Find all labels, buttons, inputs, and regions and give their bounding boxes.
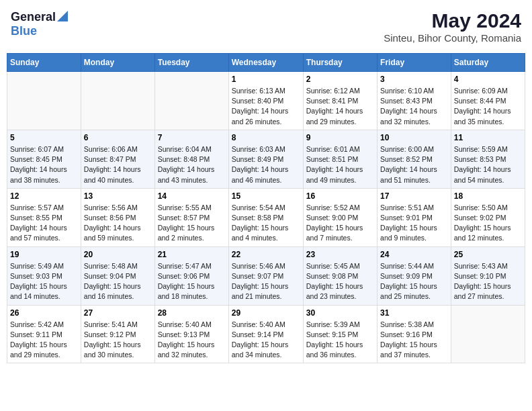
day-info: Sunrise: 5:55 AMSunset: 8:57 PMDaylight:…	[158, 203, 226, 244]
day-number: 13	[84, 191, 152, 201]
day-info: Sunrise: 5:50 AMSunset: 9:02 PMDaylight:…	[454, 203, 522, 244]
calendar-cell	[81, 72, 154, 130]
calendar-cell	[154, 72, 228, 130]
calendar-cell: 15Sunrise: 5:54 AMSunset: 8:58 PMDayligh…	[228, 188, 303, 246]
day-number: 14	[158, 191, 226, 201]
day-info: Sunrise: 6:03 AMSunset: 8:49 PMDaylight:…	[232, 144, 300, 185]
day-info: Sunrise: 5:38 AMSunset: 9:16 PMDaylight:…	[380, 320, 448, 361]
day-info: Sunrise: 5:57 AMSunset: 8:55 PMDaylight:…	[10, 203, 78, 244]
calendar-cell: 3Sunrise: 6:10 AMSunset: 8:43 PMDaylight…	[378, 72, 451, 130]
day-info: Sunrise: 6:00 AMSunset: 8:52 PMDaylight:…	[380, 144, 448, 185]
day-number: 27	[84, 308, 152, 318]
calendar-cell: 12Sunrise: 5:57 AMSunset: 8:55 PMDayligh…	[7, 188, 81, 246]
day-info: Sunrise: 5:41 AMSunset: 9:12 PMDaylight:…	[84, 320, 152, 361]
day-number: 4	[454, 75, 522, 84]
calendar-week-4: 19Sunrise: 5:49 AMSunset: 9:03 PMDayligh…	[7, 246, 525, 305]
header-day-monday: Monday	[81, 54, 154, 72]
header-day-friday: Friday	[378, 54, 451, 72]
calendar-cell: 17Sunrise: 5:51 AMSunset: 9:01 PMDayligh…	[378, 188, 451, 246]
day-info: Sunrise: 5:40 AMSunset: 9:13 PMDaylight:…	[158, 320, 226, 361]
day-number: 20	[84, 250, 152, 259]
header-day-thursday: Thursday	[303, 54, 377, 72]
calendar-cell: 6Sunrise: 6:06 AMSunset: 8:47 PMDaylight…	[81, 130, 154, 188]
day-info: Sunrise: 5:54 AMSunset: 8:58 PMDaylight:…	[232, 203, 300, 244]
day-info: Sunrise: 5:56 AMSunset: 8:56 PMDaylight:…	[84, 203, 152, 244]
calendar-cell: 7Sunrise: 6:04 AMSunset: 8:48 PMDaylight…	[154, 130, 228, 188]
day-number: 15	[232, 191, 300, 201]
day-number: 30	[306, 308, 374, 318]
calendar-cell: 11Sunrise: 5:59 AMSunset: 8:53 PMDayligh…	[451, 130, 525, 188]
calendar-cell: 24Sunrise: 5:44 AMSunset: 9:09 PMDayligh…	[378, 246, 451, 305]
calendar-cell: 1Sunrise: 6:13 AMSunset: 8:40 PMDaylight…	[228, 72, 303, 130]
day-number: 18	[454, 191, 522, 201]
calendar-cell: 16Sunrise: 5:52 AMSunset: 9:00 PMDayligh…	[303, 188, 377, 246]
calendar-cell: 18Sunrise: 5:50 AMSunset: 9:02 PMDayligh…	[451, 188, 525, 246]
calendar-cell: 23Sunrise: 5:45 AMSunset: 9:08 PMDayligh…	[303, 246, 377, 305]
calendar-cell: 13Sunrise: 5:56 AMSunset: 8:56 PMDayligh…	[81, 188, 154, 246]
calendar-week-1: 1Sunrise: 6:13 AMSunset: 8:40 PMDaylight…	[7, 72, 525, 130]
day-number: 11	[454, 133, 522, 142]
calendar-week-5: 26Sunrise: 5:42 AMSunset: 9:11 PMDayligh…	[7, 305, 525, 363]
calendar-cell: 28Sunrise: 5:40 AMSunset: 9:13 PMDayligh…	[154, 305, 228, 363]
calendar-cell: 25Sunrise: 5:43 AMSunset: 9:10 PMDayligh…	[451, 246, 525, 305]
day-info: Sunrise: 5:45 AMSunset: 9:08 PMDaylight:…	[306, 261, 374, 302]
day-info: Sunrise: 6:10 AMSunset: 8:43 PMDaylight:…	[380, 86, 448, 127]
day-number: 24	[380, 250, 448, 259]
calendar-cell: 2Sunrise: 6:12 AMSunset: 8:41 PMDaylight…	[303, 72, 377, 130]
day-info: Sunrise: 5:51 AMSunset: 9:01 PMDaylight:…	[380, 203, 448, 244]
logo: General Blue	[11, 9, 68, 38]
day-info: Sunrise: 5:39 AMSunset: 9:15 PMDaylight:…	[306, 320, 374, 361]
header-row: SundayMondayTuesdayWednesdayThursdayFrid…	[7, 54, 525, 72]
page-header: General Blue May 2024 Sinteu, Bihor Coun…	[7, 7, 525, 46]
day-number: 9	[306, 133, 374, 142]
calendar-body: 1Sunrise: 6:13 AMSunset: 8:40 PMDaylight…	[7, 72, 525, 363]
calendar-week-2: 5Sunrise: 6:07 AMSunset: 8:45 PMDaylight…	[7, 130, 525, 188]
logo-blue-text: Blue	[11, 24, 37, 38]
calendar-cell: 26Sunrise: 5:42 AMSunset: 9:11 PMDayligh…	[7, 305, 81, 363]
calendar-cell: 8Sunrise: 6:03 AMSunset: 8:49 PMDaylight…	[228, 130, 303, 188]
day-number: 17	[380, 191, 448, 201]
day-number: 22	[232, 250, 300, 259]
day-info: Sunrise: 5:42 AMSunset: 9:11 PMDaylight:…	[10, 320, 78, 361]
calendar-cell	[7, 72, 81, 130]
header-day-tuesday: Tuesday	[154, 54, 228, 72]
calendar-header: SundayMondayTuesdayWednesdayThursdayFrid…	[7, 54, 525, 72]
calendar-cell: 4Sunrise: 6:09 AMSunset: 8:44 PMDaylight…	[451, 72, 525, 130]
day-info: Sunrise: 5:52 AMSunset: 9:00 PMDaylight:…	[306, 203, 374, 244]
calendar-cell: 22Sunrise: 5:46 AMSunset: 9:07 PMDayligh…	[228, 246, 303, 305]
calendar-cell: 21Sunrise: 5:47 AMSunset: 9:06 PMDayligh…	[154, 246, 228, 305]
day-number: 28	[158, 308, 226, 318]
header-day-sunday: Sunday	[7, 54, 81, 72]
logo-general-text: General	[11, 10, 56, 24]
day-info: Sunrise: 5:43 AMSunset: 9:10 PMDaylight:…	[454, 261, 522, 302]
day-number: 21	[158, 250, 226, 259]
day-number: 3	[380, 75, 448, 84]
day-info: Sunrise: 6:13 AMSunset: 8:40 PMDaylight:…	[232, 86, 300, 127]
day-info: Sunrise: 6:06 AMSunset: 8:47 PMDaylight:…	[84, 144, 152, 185]
day-number: 5	[10, 133, 78, 142]
header-day-saturday: Saturday	[451, 54, 525, 72]
calendar-cell: 10Sunrise: 6:00 AMSunset: 8:52 PMDayligh…	[378, 130, 451, 188]
day-number: 25	[454, 250, 522, 259]
day-number: 1	[232, 75, 300, 84]
day-info: Sunrise: 5:59 AMSunset: 8:53 PMDaylight:…	[454, 144, 522, 185]
calendar-cell: 9Sunrise: 6:01 AMSunset: 8:51 PMDaylight…	[303, 130, 377, 188]
calendar-table: SundayMondayTuesdayWednesdayThursdayFrid…	[7, 53, 525, 363]
calendar-cell: 30Sunrise: 5:39 AMSunset: 9:15 PMDayligh…	[303, 305, 377, 363]
location-subtitle: Sinteu, Bihor County, Romania	[384, 32, 521, 44]
day-number: 2	[306, 75, 374, 84]
day-info: Sunrise: 5:46 AMSunset: 9:07 PMDaylight:…	[232, 261, 300, 302]
day-info: Sunrise: 6:12 AMSunset: 8:41 PMDaylight:…	[306, 86, 374, 127]
calendar-cell: 27Sunrise: 5:41 AMSunset: 9:12 PMDayligh…	[81, 305, 154, 363]
title-section: May 2024 Sinteu, Bihor County, Romania	[384, 9, 521, 44]
day-info: Sunrise: 5:47 AMSunset: 9:06 PMDaylight:…	[158, 261, 226, 302]
day-info: Sunrise: 6:04 AMSunset: 8:48 PMDaylight:…	[158, 144, 226, 185]
day-number: 23	[306, 250, 374, 259]
day-number: 12	[10, 191, 78, 201]
calendar-cell: 14Sunrise: 5:55 AMSunset: 8:57 PMDayligh…	[154, 188, 228, 246]
day-info: Sunrise: 5:40 AMSunset: 9:14 PMDaylight:…	[232, 320, 300, 361]
day-info: Sunrise: 5:48 AMSunset: 9:04 PMDaylight:…	[84, 261, 152, 302]
logo-triangle-icon	[57, 11, 68, 24]
calendar-cell	[451, 305, 525, 363]
day-info: Sunrise: 6:07 AMSunset: 8:45 PMDaylight:…	[10, 144, 78, 185]
